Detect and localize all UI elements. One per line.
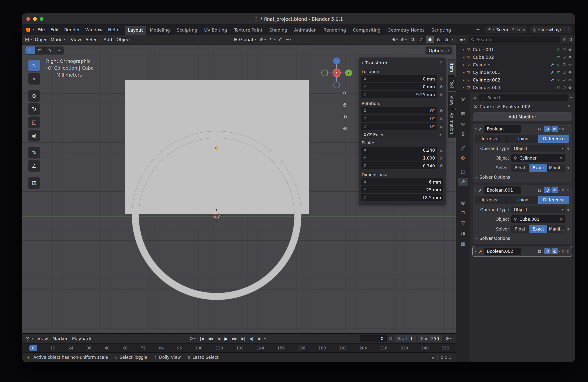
modifier-extras-chevron-icon[interactable]: ▾ (559, 128, 561, 131)
properties-search[interactable] (479, 95, 568, 101)
expand-arrow-icon[interactable]: ▸ (463, 78, 465, 82)
navigation-gizmo[interactable]: Z Y X (320, 57, 353, 89)
lock-icon[interactable] (439, 85, 443, 89)
tool-move-button[interactable]: ⊕ (28, 90, 40, 102)
expand-arrow-icon[interactable]: ▾ (475, 189, 477, 191)
tab-constraints[interactable]: ⊓ (458, 209, 468, 217)
tab-material[interactable]: ◑ (458, 229, 468, 237)
rotation-mode-dropdown[interactable]: XYZ Euler▾ (361, 131, 443, 138)
edit-mode-toggle[interactable] (536, 187, 543, 193)
properties-search-input[interactable] (487, 95, 566, 101)
outliner-item-cylinder002[interactable]: ▸ Cylinder.002 (456, 76, 575, 84)
timeline-menu-item[interactable]: View (35, 335, 50, 342)
solver-options-subpanel[interactable]: ▸ Solver Options (475, 235, 569, 241)
show-overlays-dropdown[interactable]: ◎▾ (400, 36, 408, 43)
dimensions-y-field[interactable]: Y25 mm (361, 186, 443, 193)
new-viewlayer-icon[interactable] (566, 28, 570, 32)
tab-object[interactable]: □ (458, 167, 468, 176)
tool-measure-button[interactable]: ∠ (28, 160, 40, 172)
outliner-display-mode-dropdown[interactable]: ≡▾ (459, 36, 466, 43)
lock-icon[interactable] (439, 148, 443, 152)
hide-viewport-icon[interactable] (562, 55, 566, 59)
blender-logo-icon[interactable] (25, 26, 31, 33)
expand-arrow-icon[interactable]: ▸ (463, 71, 465, 74)
operand-type-dropdown[interactable]: Object▾ (511, 145, 566, 152)
modifier-extras-chevron-icon[interactable]: ▾ (559, 250, 561, 253)
menu-item[interactable]: Help (105, 26, 121, 34)
dimensions-z-field[interactable]: Z18.5 mm (361, 194, 443, 201)
solver-float-button[interactable]: Float (511, 225, 529, 233)
lock-icon[interactable] (439, 116, 443, 121)
location-x-field[interactable]: X0 mm (361, 75, 437, 82)
operation-union-button[interactable]: Union (507, 134, 538, 143)
operand-type-dropdown[interactable]: Object▾ (511, 206, 566, 213)
modifier-extras-chevron-icon[interactable]: ▾ (559, 189, 561, 191)
hide-viewport-icon[interactable] (562, 86, 566, 89)
viewlayer-selector[interactable]: ▾ ViewLayer (530, 26, 572, 33)
operation-intersect-button[interactable]: Intersect (475, 196, 507, 204)
jump-prev-keyframe-button[interactable]: ◀◀ (207, 336, 214, 342)
show-gizmo-dropdown[interactable]: ⊕▾ (391, 36, 399, 43)
ortho-toggle-grid-icon[interactable] (340, 124, 349, 133)
solver-options-subpanel[interactable]: ▸ Solver Options (475, 174, 569, 180)
select-mode-circle-button[interactable]: ○ (44, 46, 54, 54)
hide-viewport-icon[interactable] (562, 63, 566, 67)
breadcrumb-modifier[interactable]: Boolean.002 (503, 104, 530, 109)
modifier-header[interactable]: ▾ Boolean.001 ▾ × (473, 185, 572, 195)
viewport[interactable]: ↖ □ ○ ∽ Options▾ Right Orthographic (0) … (22, 44, 456, 333)
solver-exact-button[interactable]: Exact (529, 164, 547, 172)
hide-render-camera-icon[interactable] (568, 63, 572, 67)
animate-dot[interactable] (567, 209, 569, 211)
end-frame-field[interactable]: End250 (418, 335, 442, 342)
expand-arrow-icon[interactable]: ▸ (463, 86, 465, 89)
edit-mode-toggle[interactable] (536, 126, 543, 132)
gizmo-z-negative-ball[interactable] (334, 82, 340, 88)
tab-tool[interactable]: Tool (448, 76, 456, 91)
jump-to-start-button[interactable]: |◀ (199, 336, 205, 342)
lock-icon[interactable] (439, 124, 443, 129)
tool-annotate-button[interactable]: ✎ (28, 147, 40, 158)
prev-frame-button[interactable]: ◀| (248, 336, 254, 342)
timeline-menu-item[interactable]: Marker (50, 335, 70, 342)
tab-view-layer[interactable] (458, 130, 468, 138)
expand-arrow-icon[interactable]: ▾ (475, 128, 477, 131)
current-frame-field[interactable] (360, 335, 387, 342)
hide-render-camera-icon[interactable] (568, 71, 572, 74)
modifier-name-field[interactable]: Boolean.002 (484, 248, 521, 255)
properties-editor-icon[interactable] (473, 96, 477, 100)
shading-material-button[interactable]: ◐ (434, 36, 442, 43)
tab-scene[interactable] (458, 143, 468, 152)
modifier-header[interactable]: ▾ Boolean ▾ × (473, 124, 572, 134)
scale-y-field[interactable]: Y1.000 (361, 154, 437, 162)
modifier-name-field[interactable]: Boolean.001 (484, 187, 521, 194)
jump-to-end-button[interactable]: ▶| (240, 336, 246, 342)
workspace-tab[interactable]: Texture Paint (231, 26, 266, 35)
drag-dots-icon[interactable] (566, 189, 570, 192)
operation-difference-button[interactable]: Difference (538, 134, 569, 143)
snap-toggle[interactable]: ▾ (268, 37, 277, 43)
solver-manifold-button[interactable]: Manif... (547, 225, 566, 233)
workspace-tab[interactable]: Rendering (320, 26, 349, 35)
workspace-tab[interactable]: Sculpting (173, 26, 200, 35)
delete-modifier-icon[interactable]: × (562, 188, 565, 192)
editor-type-chevron-icon[interactable]: ▾ (30, 38, 32, 41)
viewport-display-toggle[interactable] (544, 126, 550, 132)
menu-item[interactable]: Edit (47, 26, 62, 34)
tool-rotate-button[interactable]: ↻ (28, 103, 40, 115)
outliner-item-cube001[interactable]: ▸ Cube.001 (456, 46, 575, 53)
select-mode-lasso-button[interactable]: ∽ (54, 46, 64, 54)
menu-item[interactable]: Render (62, 26, 83, 34)
expand-arrow-icon[interactable]: ▸ (475, 250, 477, 253)
play-button[interactable]: ▶ (223, 336, 229, 342)
lock-icon[interactable] (439, 93, 443, 97)
tab-render[interactable] (458, 109, 468, 117)
zoom-window-button[interactable] (40, 17, 43, 21)
lock-icon[interactable] (439, 164, 443, 168)
render-display-toggle[interactable] (551, 187, 558, 193)
object-picker-field[interactable]: Cube.001 × (511, 215, 566, 223)
outliner-item-cube002[interactable]: ▸ Cube.002 (456, 53, 575, 61)
viewport-menu-item[interactable]: Object (114, 36, 133, 43)
object-picker-field[interactable]: Cylinder × (511, 154, 566, 162)
timeline-ruler[interactable]: 0 12243648607284961081201321441561681801… (22, 343, 456, 352)
transform-panel-header[interactable]: ▾ Transform (361, 59, 443, 67)
